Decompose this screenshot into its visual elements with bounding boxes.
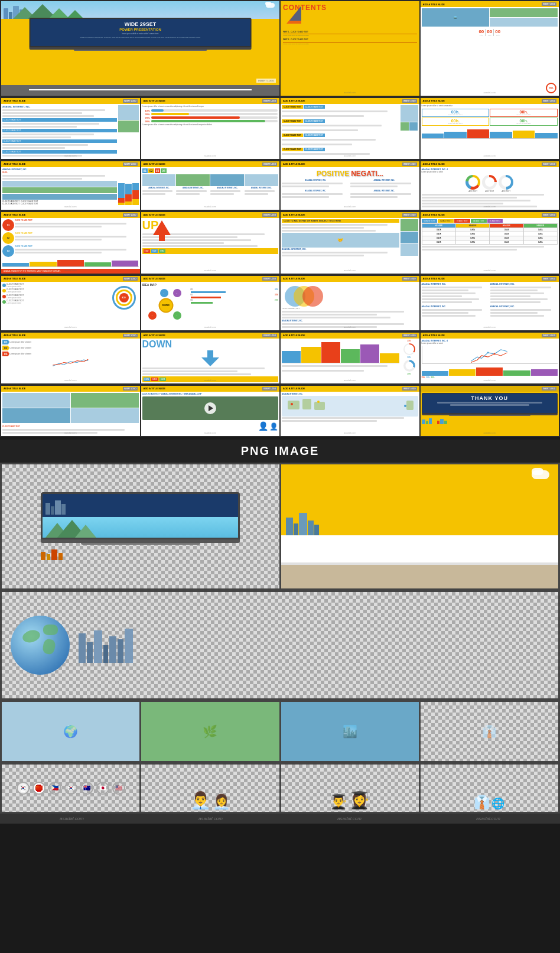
- png-photo-2: 🌿: [141, 702, 279, 761]
- thankyou-text: THANK YOU: [424, 395, 556, 401]
- hero-body: Started its business in Seoul Korea, in …: [32, 37, 248, 38]
- contents-slide[interactable]: CONTENTS PART 1 - CLICK TO ADD TEXT Lore…: [281, 1, 419, 96]
- png-section: PNG IMAGE: [0, 440, 560, 824]
- watermark-2: asadal.com: [281, 91, 419, 94]
- png-photo-3: 🏙️: [281, 702, 419, 761]
- slide-10[interactable]: ADD A TITLE SLIDE INSERT LOGO POSITIVE N…: [281, 161, 419, 210]
- logo-label: INSERT LOGO: [256, 79, 276, 83]
- png-header: PNG IMAGE: [0, 440, 560, 463]
- slide-11[interactable]: ADD A TITLE SLIDE INSERT LOGO ASADAL INT…: [421, 161, 559, 210]
- png-flag-row: 🇰🇷 🇨🇳 🇵🇭 🇰🇷 🇦🇺 🇯🇵 🇺🇸: [2, 765, 139, 812]
- row-4: ADD A TITLE SLIDE INSERT LOGO 01 CLICK T…: [0, 211, 560, 275]
- slide-3-badge: INSERT LOGO: [542, 2, 556, 6]
- slide-5[interactable]: ADD A TITLE SLIDE INSERT LOGO Lorem ipsu…: [141, 98, 280, 159]
- slide-9[interactable]: ADD A TITLE SLIDE INSERT LOGO 01 02 03 0…: [141, 161, 280, 210]
- slide-3[interactable]: ADD A TITLE SLIDE INSERT LOGO 🏙️ 00 STAT: [421, 1, 559, 96]
- hero-sub-title: POWER PRESENTATION: [32, 28, 248, 32]
- slide-12[interactable]: ADD A TITLE SLIDE INSERT LOGO 01 CLICK T…: [1, 212, 140, 274]
- slide-24[interactable]: ADD A TITLE SLIDE INSERT LOGO CLICK TO A…: [1, 386, 140, 436]
- slide-8[interactable]: ADD A TITLE SLIDE INSERT LOGO ASADAL INT…: [1, 161, 140, 210]
- png-people-1: 👨‍💼 👩‍💼: [141, 765, 279, 812]
- footer-watermark-1: asadal.com: [60, 816, 84, 821]
- slide-17[interactable]: ADD A TITLE SLIDE INSERT LOGO IDEA MAP C…: [141, 276, 280, 330]
- svg-point-1: [493, 353, 495, 354]
- watermark-3: asadal.com: [421, 91, 559, 94]
- png-photo-4: 👔: [421, 702, 558, 761]
- footer-watermark-4: asadal.com: [476, 816, 500, 821]
- png-photo-1: 🌍: [2, 702, 139, 761]
- row-7: ADD A TITLE SLIDE INSERT LOGO CLICK TO A…: [0, 385, 560, 437]
- row-6: ADD A TITLE SLIDE INSERT LOGO 01 Lorem i…: [0, 331, 560, 385]
- slide-18[interactable]: ADD A TITLE SLIDE INSERT LOGO ASADAL INT…: [281, 276, 419, 330]
- slide-14[interactable]: ADD A TITLE SLIDE INSERT LOGO CLICK TO A…: [281, 212, 419, 274]
- slide-26[interactable]: ADD A TITLE SLIDE INSERT LOGO ASADAL INT…: [281, 386, 419, 436]
- title-slide[interactable]: WIDE 29SET POWER PRESENTATION Insert you…: [1, 1, 279, 96]
- slide-23[interactable]: ADD A TITLE SLIDE INSERT LOGO ASADAL INT…: [421, 333, 559, 383]
- contents-label: CONTENTS: [283, 4, 417, 12]
- slide-16[interactable]: ADD A TITLE SLIDE INSERT LOGO CLICK TO A…: [1, 276, 140, 330]
- svg-point-0: [487, 352, 489, 353]
- slide-13[interactable]: ADD A TITLE SLIDE INSERT LOGO UP: [141, 212, 280, 274]
- slide-22[interactable]: ADD A TITLE SLIDE INSERT LOGO: [281, 333, 419, 383]
- slide-19[interactable]: ADD A TITLE SLIDE INSERT LOGO ASADAL INT…: [421, 276, 559, 330]
- main-wrapper: WIDE 29SET POWER PRESENTATION Insert you…: [0, 0, 560, 824]
- footer-watermark-3: asadal.com: [337, 816, 362, 821]
- slide-6[interactable]: ADD A TITLE SLIDE INSERT LOGO CLICK TO A…: [281, 98, 419, 159]
- slide-25[interactable]: ADD A TITLE SLIDE INSERT LOGO CLICK TO A…: [141, 386, 280, 436]
- row-5: ADD A TITLE SLIDE INSERT LOGO CLICK TO A…: [0, 275, 560, 331]
- slide-4[interactable]: ADD A TITLE SLIDE INSERT LOGO ASADAL INT…: [1, 98, 140, 159]
- slides-wrapper: WIDE 29SET POWER PRESENTATION Insert you…: [0, 0, 560, 437]
- png-header-text: PNG IMAGE: [0, 444, 560, 458]
- slide-7[interactable]: ADD A TITLE SLIDE INSERT LOGO Lorem ipsu…: [421, 98, 559, 159]
- row-2: ADD A TITLE SLIDE INSERT LOGO ASADAL INT…: [0, 97, 560, 160]
- png-cell-globe: [2, 592, 558, 698]
- hero-tagline: Insert your subtitle or main author's na…: [32, 33, 248, 35]
- png-people-2: 👨‍🎓 👩‍🎓: [281, 765, 419, 812]
- row-3: ADD A TITLE SLIDE INSERT LOGO ASADAL INT…: [0, 160, 560, 211]
- slide-20[interactable]: ADD A TITLE SLIDE INSERT LOGO 01 Lorem i…: [1, 333, 140, 383]
- first-row: WIDE 29SET POWER PRESENTATION Insert you…: [0, 0, 560, 97]
- slide-21[interactable]: ADD A TITLE SLIDE INSERT LOGO DOWN: [141, 333, 280, 383]
- png-cell-yellow: [281, 464, 559, 588]
- png-cell-laptop: [2, 464, 279, 588]
- hero-main-title: WIDE 29SET: [32, 21, 248, 28]
- png-people-3: 👔 🌐: [421, 765, 558, 812]
- slide-27[interactable]: INSERT LOGO THANK YOU: [421, 386, 559, 436]
- slide-15[interactable]: ADD A TITLE SLIDE INSERT LOGO 01 ADD TEX…: [421, 212, 559, 274]
- footer-watermark-2: asadal.com: [198, 816, 223, 821]
- slide-3-label: ADD A TITLE SLIDE: [423, 3, 445, 6]
